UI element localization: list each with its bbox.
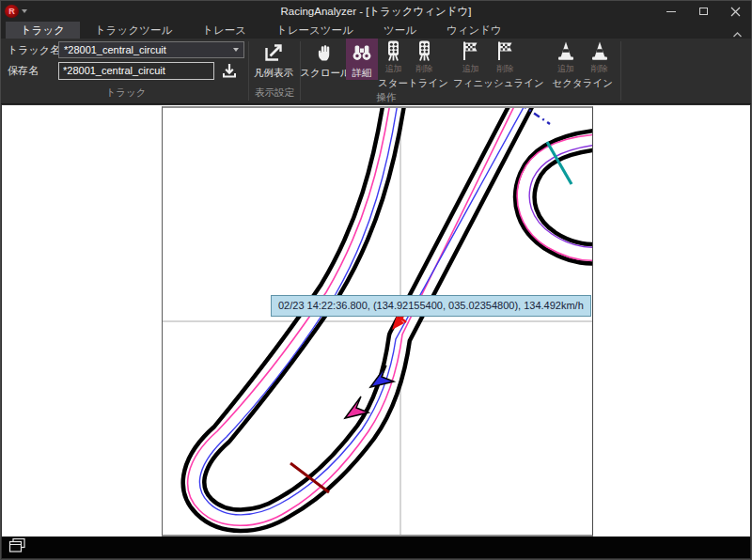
startline-add-label: 追加 <box>385 63 402 75</box>
ribbon-group-operation: スクロール 詳細 <box>302 39 619 103</box>
binoculars-icon <box>350 40 374 65</box>
traffic-light-icon <box>414 39 435 62</box>
sectorline-label: セクタライン <box>549 77 617 90</box>
window-controls <box>655 1 751 22</box>
finishline-add-button[interactable]: 追加 <box>453 39 488 75</box>
legend-display-label: 凡例表示 <box>254 67 293 80</box>
maximize-button[interactable] <box>687 1 719 22</box>
save-track-button[interactable] <box>218 60 241 81</box>
legend-display-button[interactable]: 凡例表示 <box>253 39 294 80</box>
close-icon <box>730 7 741 17</box>
traffic-cone-icon <box>588 39 611 62</box>
track-name-label: トラック名 <box>8 43 58 57</box>
sectorline-add-button[interactable]: 追加 <box>549 39 583 75</box>
group-label-track: トラック <box>8 86 244 103</box>
tab-window[interactable]: ウィンドウ <box>431 22 517 39</box>
save-download-icon <box>220 61 239 80</box>
maximize-icon <box>699 8 708 15</box>
checkered-flag-icon <box>459 39 481 62</box>
startline-add-button[interactable]: 追加 <box>378 39 409 75</box>
tab-track-tools[interactable]: トラックツール <box>80 22 187 39</box>
minimized-window-button[interactable] <box>8 537 26 557</box>
startline-remove-button[interactable]: 削除 <box>409 39 440 75</box>
finishline-label: フィニッシュライン <box>453 77 544 90</box>
finishline-remove-label: 削除 <box>496 63 513 75</box>
ribbon: トラック名 *28001_central_circuit 保存名 トラック <box>1 39 751 104</box>
app-logo-icon[interactable]: R <box>5 5 19 18</box>
sectorline-add-label: 追加 <box>557 63 574 75</box>
save-name-label: 保存名 <box>8 64 58 78</box>
traffic-light-icon <box>383 39 404 62</box>
track-name-value: *28001_central_circuit <box>64 44 233 55</box>
ribbon-tab-bar: トラック トラックツール トレース トレースツール ツール ウィンドウ <box>1 22 751 39</box>
sectorline-remove-button[interactable]: 削除 <box>583 39 617 75</box>
detail-button[interactable]: 詳細 <box>346 39 378 80</box>
close-button[interactable] <box>719 1 751 22</box>
group-separator <box>620 41 621 101</box>
chevron-down-icon <box>233 48 239 52</box>
track-map <box>163 108 592 535</box>
quick-access-caret-icon[interactable] <box>22 9 27 13</box>
window-title: RacingAnalyzer - [トラックウィンドウ] <box>280 5 471 19</box>
titlebar: R RacingAnalyzer - [トラックウィンドウ] <box>1 1 751 22</box>
finishline-add-label: 追加 <box>462 63 478 75</box>
cascade-windows-icon <box>8 537 26 553</box>
traffic-cone-icon <box>555 39 577 62</box>
finishline-subgroup: 追加 <box>453 39 544 90</box>
hand-icon <box>314 40 337 65</box>
scroll-button[interactable]: スクロール <box>305 39 346 80</box>
ribbon-group-display: 凡例表示 表示設定 <box>250 39 299 103</box>
save-name-input[interactable] <box>58 62 214 80</box>
mdi-client-area: 02/23 14:22:36.800, (134.92155400, 035.0… <box>2 105 750 537</box>
minimize-button[interactable] <box>655 1 687 22</box>
minimize-icon <box>666 11 676 12</box>
group-label-display: 表示設定 <box>253 86 296 103</box>
tab-tools[interactable]: ツール <box>368 22 431 39</box>
app-window: R RacingAnalyzer - [トラックウィンドウ] トラック トラック… <box>0 0 752 560</box>
group-separator <box>248 41 249 101</box>
finishline-remove-button[interactable]: 削除 <box>488 39 523 75</box>
ribbon-group-track: トラック名 *28001_central_circuit 保存名 トラック <box>5 39 247 103</box>
startline-label: スタートライン <box>378 77 448 90</box>
sectorline-subgroup: 追加 削除 <box>549 39 617 90</box>
tab-track[interactable]: トラック <box>6 22 80 39</box>
startline-remove-label: 削除 <box>416 63 433 75</box>
detail-label: 詳細 <box>352 67 372 80</box>
chevron-up-icon <box>732 31 743 39</box>
bottom-window-bar <box>2 537 750 558</box>
scroll-label: スクロール <box>300 67 350 80</box>
startline-subgroup: 追加 <box>378 39 448 90</box>
legend-export-icon <box>262 40 285 65</box>
track-map-canvas[interactable]: 02/23 14:22:36.800, (134.92155400, 035.0… <box>162 106 593 537</box>
sectorline-remove-label: 削除 <box>591 63 608 75</box>
tab-trace[interactable]: トレース <box>187 22 261 39</box>
tab-trace-tools[interactable]: トレースツール <box>261 22 368 39</box>
checkered-flag-icon <box>494 39 516 62</box>
track-name-combobox[interactable]: *28001_central_circuit <box>58 41 244 58</box>
data-point-tooltip: 02/23 14:22:36.800, (134.92155400, 035.0… <box>271 295 591 317</box>
